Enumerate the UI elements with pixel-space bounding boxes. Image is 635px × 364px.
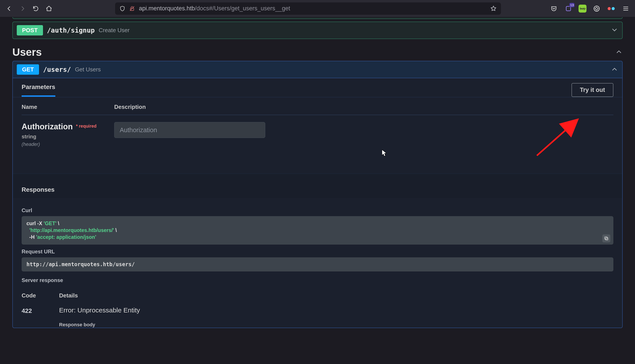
op-path: /users/: [43, 66, 71, 73]
nav-back-button[interactable]: [5, 4, 14, 13]
op-summary: Create User: [99, 27, 130, 34]
param-col-desc: Description: [114, 104, 613, 110]
resp-body-label: Response body: [59, 322, 140, 328]
containers-icon[interactable]: 13: [564, 4, 573, 13]
chevron-up-icon: [611, 66, 618, 74]
param-col-name: Name: [22, 104, 114, 110]
tab-parameters[interactable]: Parameters: [22, 84, 55, 97]
address-bar[interactable]: api.mentorquotes.htb/docs#/Users/get_use…: [115, 2, 501, 15]
bookmark-star-icon[interactable]: [490, 6, 496, 12]
chevron-up-icon: [615, 48, 623, 56]
method-badge-get: GET: [17, 64, 39, 75]
section-title: Users: [12, 46, 42, 58]
pocket-icon[interactable]: [549, 4, 558, 13]
nav-forward-button[interactable]: [18, 4, 27, 13]
responses-heading: Responses: [13, 174, 622, 198]
op-users-get-header[interactable]: GET /users/ Get Users: [13, 61, 622, 78]
authorization-input[interactable]: [114, 122, 265, 138]
param-type: string: [22, 134, 114, 140]
foxyproxy-icon[interactable]: [592, 4, 601, 13]
op-path: /auth/signup: [47, 26, 95, 34]
method-badge-post: POST: [17, 25, 43, 36]
hackbar-icon[interactable]: [607, 4, 615, 13]
nav-home-button[interactable]: [45, 4, 53, 13]
resp-error-message: Error: Unprocessable Entity: [59, 306, 140, 314]
lock-warning-icon: [129, 6, 135, 12]
param-name: Authorization: [22, 122, 73, 131]
op-summary: Get Users: [75, 66, 101, 73]
chevron-down-icon: [611, 26, 618, 34]
svg-rect-5: [605, 238, 608, 240]
param-required-badge: required: [76, 124, 96, 128]
svg-point-3: [594, 6, 599, 11]
svg-point-4: [595, 7, 598, 10]
op-auth-signup[interactable]: POST /auth/signup Create User: [12, 22, 623, 39]
shield-icon: [120, 6, 125, 12]
resp-col-details: Details: [59, 292, 78, 299]
request-url-title: Request URL: [22, 248, 613, 255]
resp-status-code: 422: [22, 306, 59, 328]
curl-title: Curl: [22, 207, 613, 214]
section-users-heading[interactable]: Users: [12, 46, 623, 58]
server-response-title: Server response: [22, 277, 613, 283]
param-in: (header): [22, 142, 114, 147]
app-menu-button[interactable]: [621, 4, 630, 13]
copy-curl-button[interactable]: [602, 234, 610, 242]
nav-reload-button[interactable]: [31, 4, 40, 13]
curl-block: curl -X 'GET' \ 'http://api.mentorquotes…: [22, 216, 613, 244]
toolbar-right-icons: 13 burp: [549, 4, 630, 13]
notification-badge: 13: [569, 3, 574, 7]
browser-toolbar: api.mentorquotes.htb/docs#/Users/get_use…: [0, 0, 635, 17]
url-text: api.mentorquotes.htb/docs#/Users/get_use…: [139, 5, 486, 12]
resp-col-code: Code: [22, 292, 59, 299]
burp-extension-icon[interactable]: burp: [578, 5, 586, 12]
svg-rect-6: [605, 237, 607, 239]
op-login-collapsed-edge: [12, 17, 623, 19]
try-it-out-button[interactable]: Try it out: [571, 83, 613, 97]
request-url-block: http://api.mentorquotes.htb/users/: [22, 257, 613, 272]
op-users-get: GET /users/ Get Users Parameters Try it …: [12, 61, 623, 328]
